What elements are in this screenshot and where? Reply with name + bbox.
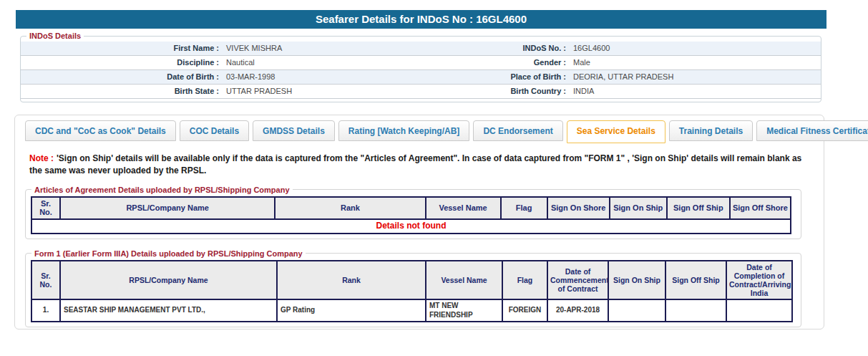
- field-label: Birth State :: [21, 85, 225, 98]
- column-header-vessel-name: Vessel Name: [426, 197, 501, 219]
- field-label: INDoS No. :: [457, 42, 572, 55]
- tab-content-panel: CDC and "CoC as Cook" DetailsCOC Details…: [14, 115, 824, 329]
- column-header-flag: Flag: [502, 261, 547, 299]
- field-label: First Name :: [21, 42, 225, 55]
- form1-legend: Form 1 (Earlier Form IIIA) Details uploa…: [31, 249, 306, 258]
- note-body: 'Sign on Ship' details will be available…: [29, 153, 801, 175]
- tab-medical-fitness-certificate[interactable]: Medical Fitness Certificate: [756, 120, 868, 141]
- tab-sea-service-details[interactable]: Sea Service Details: [567, 120, 665, 143]
- page-title: Seafarer Details for INDoS No : 16GL4600: [16, 10, 826, 29]
- form1-section: Form 1 (Earlier Form IIIA) Details uploa…: [25, 249, 801, 327]
- column-header-rpsl-company-name: RPSL/Company Name: [60, 197, 275, 219]
- column-header-sign-on-shore: Sign On Shore: [547, 197, 610, 219]
- field-value: UTTAR PRADESH: [225, 85, 457, 98]
- field-value: DEORIA, UTTAR PRADESH: [572, 70, 821, 84]
- column-header-sign-on-ship: Sign On Ship: [608, 261, 665, 299]
- table-cell: [665, 299, 726, 322]
- field-label: Gender :: [457, 56, 572, 69]
- note-text: Note :'Sign on Ship' details will be ava…: [29, 153, 811, 177]
- tab-rating-watch-keeping-ab[interactable]: Rating [Watch Keeping/AB]: [338, 120, 470, 141]
- indos-details-legend: INDoS Details: [26, 32, 84, 40]
- column-header-date-of-completion-of-contract-arriving-india: Date of Completion of Contract/Arriving …: [726, 261, 792, 299]
- column-header-rank: Rank: [277, 261, 426, 299]
- indos-details-section: INDoS Details First Name :VIVEK MISHRAIN…: [20, 32, 821, 102]
- table-cell: MT NEW FRIENDSHIP: [426, 299, 502, 322]
- column-header-rpsl-company-name: RPSL/Company Name: [60, 261, 277, 299]
- table-cell: SEASTAR SHIP MANAGEMENT PVT LTD.,: [60, 299, 277, 322]
- articles-of-agreement-section: Articles of Agreement Details uploaded b…: [25, 186, 801, 239]
- table-cell: [608, 299, 665, 322]
- field-label: Date of Birth :: [21, 70, 225, 84]
- table-header-row: Sr. No.RPSL/Company NameRankVessel NameF…: [31, 261, 792, 299]
- column-header-vessel-name: Vessel Name: [426, 261, 502, 299]
- column-header-sign-off-shore: Sign Off Shore: [730, 197, 791, 219]
- field-value: Male: [572, 56, 821, 69]
- note-prefix: Note :: [29, 153, 54, 163]
- articles-of-agreement-table: Sr. No.RPSL/Company NameRankVessel NameF…: [31, 196, 791, 234]
- table-header-row: Sr. No.RPSL/Company NameRankVessel NameF…: [31, 197, 791, 219]
- table-row: Details not found: [31, 219, 791, 234]
- column-header-sign-off-ship: Sign Off Ship: [665, 261, 726, 299]
- table-cell: GP Rating: [277, 299, 426, 322]
- column-header-date-of-commencement-of-contract: Date of Commencement of Contract: [547, 261, 608, 299]
- indos-detail-row: Discipline :NauticalGender :Male: [21, 56, 821, 70]
- tab-coc-details[interactable]: COC Details: [180, 120, 249, 141]
- column-header-sr-no: Sr. No.: [31, 261, 60, 299]
- field-value: VIVEK MISHRA: [225, 42, 457, 55]
- tab-training-details[interactable]: Training Details: [669, 120, 753, 141]
- articles-of-agreement-legend: Articles of Agreement Details uploaded b…: [31, 186, 293, 194]
- tab-bar: CDC and "CoC as Cook" DetailsCOC Details…: [25, 120, 824, 141]
- field-label: Discipline :: [21, 56, 225, 69]
- indos-detail-row: Date of Birth :03-MAR-1998Place of Birth…: [21, 70, 821, 85]
- indos-detail-row: First Name :VIVEK MISHRAINDoS No. :16GL4…: [21, 42, 821, 56]
- field-value: 03-MAR-1998: [225, 70, 457, 84]
- table-cell: FOREIGN: [502, 299, 547, 322]
- indos-details-rows: First Name :VIVEK MISHRAINDoS No. :16GL4…: [21, 42, 821, 99]
- details-not-found-message: Details not found: [31, 219, 791, 234]
- column-header-sr-no: Sr. No.: [31, 197, 60, 219]
- table-cell: 1.: [31, 299, 60, 322]
- indos-detail-row: Birth State :UTTAR PRADESHBirth Country …: [21, 85, 821, 99]
- field-label: Place of Birth :: [457, 70, 572, 84]
- table-cell: [726, 299, 792, 322]
- tab-cdc-and-coc-as-cook-details[interactable]: CDC and "CoC as Cook" Details: [25, 120, 176, 141]
- field-label: Birth Country :: [457, 85, 572, 98]
- field-value: 16GL4600: [572, 42, 821, 55]
- table-row: 1.SEASTAR SHIP MANAGEMENT PVT LTD.,GP Ra…: [31, 299, 792, 322]
- tab-dc-endorsement[interactable]: DC Endorsement: [473, 120, 562, 141]
- field-value: INDIA: [572, 85, 821, 98]
- table-cell: 20-APR-2018: [547, 299, 608, 322]
- form1-table: Sr. No.RPSL/Company NameRankVessel NameF…: [31, 260, 793, 322]
- tab-gmdss-details[interactable]: GMDSS Details: [253, 120, 335, 141]
- column-header-flag: Flag: [501, 197, 547, 219]
- column-header-sign-off-ship: Sign Off Ship: [667, 197, 730, 219]
- column-header-rank: Rank: [275, 197, 425, 219]
- column-header-sign-on-ship: Sign On Ship: [610, 197, 667, 219]
- field-value: Nautical: [225, 56, 457, 69]
